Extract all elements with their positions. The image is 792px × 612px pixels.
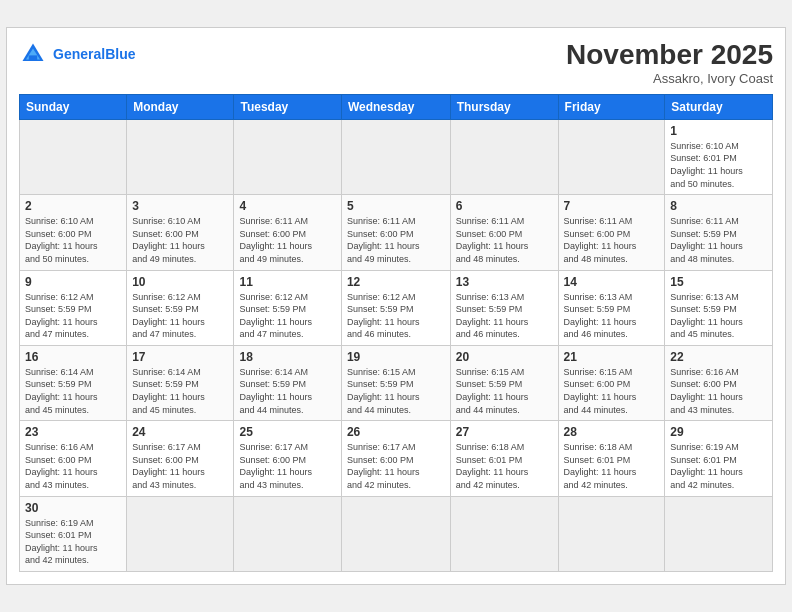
calendar-table: SundayMondayTuesdayWednesdayThursdayFrid… — [19, 94, 773, 572]
day-info: Sunrise: 6:11 AM Sunset: 6:00 PM Dayligh… — [239, 215, 335, 265]
day-info: Sunrise: 6:14 AM Sunset: 5:59 PM Dayligh… — [239, 366, 335, 416]
day-info: Sunrise: 6:16 AM Sunset: 6:00 PM Dayligh… — [25, 441, 121, 491]
calendar-cell: 17Sunrise: 6:14 AM Sunset: 5:59 PM Dayli… — [127, 345, 234, 420]
day-info: Sunrise: 6:15 AM Sunset: 6:00 PM Dayligh… — [564, 366, 660, 416]
day-header-tuesday: Tuesday — [234, 94, 341, 119]
calendar-cell — [665, 496, 773, 571]
day-number: 28 — [564, 425, 660, 439]
day-info: Sunrise: 6:14 AM Sunset: 5:59 PM Dayligh… — [132, 366, 228, 416]
calendar-cell: 7Sunrise: 6:11 AM Sunset: 6:00 PM Daylig… — [558, 195, 665, 270]
calendar-cell: 21Sunrise: 6:15 AM Sunset: 6:00 PM Dayli… — [558, 345, 665, 420]
calendar-cell: 8Sunrise: 6:11 AM Sunset: 5:59 PM Daylig… — [665, 195, 773, 270]
day-number: 20 — [456, 350, 553, 364]
day-info: Sunrise: 6:11 AM Sunset: 6:00 PM Dayligh… — [564, 215, 660, 265]
day-number: 16 — [25, 350, 121, 364]
day-info: Sunrise: 6:16 AM Sunset: 6:00 PM Dayligh… — [670, 366, 767, 416]
calendar-cell: 6Sunrise: 6:11 AM Sunset: 6:00 PM Daylig… — [450, 195, 558, 270]
day-info: Sunrise: 6:18 AM Sunset: 6:01 PM Dayligh… — [456, 441, 553, 491]
calendar-cell — [341, 119, 450, 194]
calendar-week-4: 23Sunrise: 6:16 AM Sunset: 6:00 PM Dayli… — [20, 421, 773, 496]
day-number: 2 — [25, 199, 121, 213]
calendar-week-5: 30Sunrise: 6:19 AM Sunset: 6:01 PM Dayli… — [20, 496, 773, 571]
calendar-cell — [234, 119, 341, 194]
day-number: 1 — [670, 124, 767, 138]
calendar-cell: 22Sunrise: 6:16 AM Sunset: 6:00 PM Dayli… — [665, 345, 773, 420]
calendar-cell: 16Sunrise: 6:14 AM Sunset: 5:59 PM Dayli… — [20, 345, 127, 420]
day-number: 17 — [132, 350, 228, 364]
calendar-cell: 27Sunrise: 6:18 AM Sunset: 6:01 PM Dayli… — [450, 421, 558, 496]
calendar-cell: 11Sunrise: 6:12 AM Sunset: 5:59 PM Dayli… — [234, 270, 341, 345]
day-info: Sunrise: 6:11 AM Sunset: 6:00 PM Dayligh… — [347, 215, 445, 265]
day-info: Sunrise: 6:10 AM Sunset: 6:00 PM Dayligh… — [132, 215, 228, 265]
calendar-cell: 28Sunrise: 6:18 AM Sunset: 6:01 PM Dayli… — [558, 421, 665, 496]
day-header-saturday: Saturday — [665, 94, 773, 119]
day-info: Sunrise: 6:12 AM Sunset: 5:59 PM Dayligh… — [239, 291, 335, 341]
logo-icon — [19, 40, 47, 68]
day-number: 8 — [670, 199, 767, 213]
logo-blue: Blue — [105, 46, 135, 62]
day-info: Sunrise: 6:14 AM Sunset: 5:59 PM Dayligh… — [25, 366, 121, 416]
location-subtitle: Assakro, Ivory Coast — [566, 71, 773, 86]
day-number: 13 — [456, 275, 553, 289]
calendar-cell — [341, 496, 450, 571]
day-info: Sunrise: 6:17 AM Sunset: 6:00 PM Dayligh… — [239, 441, 335, 491]
calendar-cell — [558, 496, 665, 571]
calendar-cell: 5Sunrise: 6:11 AM Sunset: 6:00 PM Daylig… — [341, 195, 450, 270]
calendar-cell: 26Sunrise: 6:17 AM Sunset: 6:00 PM Dayli… — [341, 421, 450, 496]
calendar-cell: 20Sunrise: 6:15 AM Sunset: 5:59 PM Dayli… — [450, 345, 558, 420]
calendar-cell: 2Sunrise: 6:10 AM Sunset: 6:00 PM Daylig… — [20, 195, 127, 270]
day-info: Sunrise: 6:11 AM Sunset: 5:59 PM Dayligh… — [670, 215, 767, 265]
day-number: 18 — [239, 350, 335, 364]
day-header-friday: Friday — [558, 94, 665, 119]
calendar-cell: 14Sunrise: 6:13 AM Sunset: 5:59 PM Dayli… — [558, 270, 665, 345]
calendar-cell: 19Sunrise: 6:15 AM Sunset: 5:59 PM Dayli… — [341, 345, 450, 420]
calendar-cell: 25Sunrise: 6:17 AM Sunset: 6:00 PM Dayli… — [234, 421, 341, 496]
day-number: 7 — [564, 199, 660, 213]
day-header-thursday: Thursday — [450, 94, 558, 119]
calendar-cell: 3Sunrise: 6:10 AM Sunset: 6:00 PM Daylig… — [127, 195, 234, 270]
calendar-cell — [20, 119, 127, 194]
day-number: 26 — [347, 425, 445, 439]
day-info: Sunrise: 6:10 AM Sunset: 6:01 PM Dayligh… — [670, 140, 767, 190]
logo: GeneralBlue — [19, 40, 135, 68]
day-number: 25 — [239, 425, 335, 439]
calendar-cell: 15Sunrise: 6:13 AM Sunset: 5:59 PM Dayli… — [665, 270, 773, 345]
day-info: Sunrise: 6:17 AM Sunset: 6:00 PM Dayligh… — [132, 441, 228, 491]
logo-text: GeneralBlue — [53, 46, 135, 63]
day-info: Sunrise: 6:13 AM Sunset: 5:59 PM Dayligh… — [564, 291, 660, 341]
calendar-cell: 24Sunrise: 6:17 AM Sunset: 6:00 PM Dayli… — [127, 421, 234, 496]
month-title: November 2025 — [566, 40, 773, 71]
days-header-row: SundayMondayTuesdayWednesdayThursdayFrid… — [20, 94, 773, 119]
day-info: Sunrise: 6:10 AM Sunset: 6:00 PM Dayligh… — [25, 215, 121, 265]
calendar-cell: 12Sunrise: 6:12 AM Sunset: 5:59 PM Dayli… — [341, 270, 450, 345]
day-info: Sunrise: 6:19 AM Sunset: 6:01 PM Dayligh… — [25, 517, 121, 567]
day-info: Sunrise: 6:17 AM Sunset: 6:00 PM Dayligh… — [347, 441, 445, 491]
calendar-cell — [234, 496, 341, 571]
day-number: 9 — [25, 275, 121, 289]
day-info: Sunrise: 6:12 AM Sunset: 5:59 PM Dayligh… — [347, 291, 445, 341]
svg-rect-2 — [29, 55, 37, 61]
calendar-cell — [558, 119, 665, 194]
day-number: 3 — [132, 199, 228, 213]
day-info: Sunrise: 6:12 AM Sunset: 5:59 PM Dayligh… — [25, 291, 121, 341]
day-number: 6 — [456, 199, 553, 213]
day-number: 22 — [670, 350, 767, 364]
day-number: 21 — [564, 350, 660, 364]
day-info: Sunrise: 6:11 AM Sunset: 6:00 PM Dayligh… — [456, 215, 553, 265]
logo-general: General — [53, 46, 105, 62]
calendar-cell — [450, 119, 558, 194]
calendar-week-0: 1Sunrise: 6:10 AM Sunset: 6:01 PM Daylig… — [20, 119, 773, 194]
day-number: 10 — [132, 275, 228, 289]
calendar-cell — [127, 119, 234, 194]
day-number: 15 — [670, 275, 767, 289]
calendar-cell: 29Sunrise: 6:19 AM Sunset: 6:01 PM Dayli… — [665, 421, 773, 496]
calendar-cell: 10Sunrise: 6:12 AM Sunset: 5:59 PM Dayli… — [127, 270, 234, 345]
day-number: 12 — [347, 275, 445, 289]
calendar-week-3: 16Sunrise: 6:14 AM Sunset: 5:59 PM Dayli… — [20, 345, 773, 420]
day-info: Sunrise: 6:18 AM Sunset: 6:01 PM Dayligh… — [564, 441, 660, 491]
day-info: Sunrise: 6:12 AM Sunset: 5:59 PM Dayligh… — [132, 291, 228, 341]
day-number: 14 — [564, 275, 660, 289]
day-number: 23 — [25, 425, 121, 439]
day-info: Sunrise: 6:15 AM Sunset: 5:59 PM Dayligh… — [347, 366, 445, 416]
day-info: Sunrise: 6:13 AM Sunset: 5:59 PM Dayligh… — [670, 291, 767, 341]
